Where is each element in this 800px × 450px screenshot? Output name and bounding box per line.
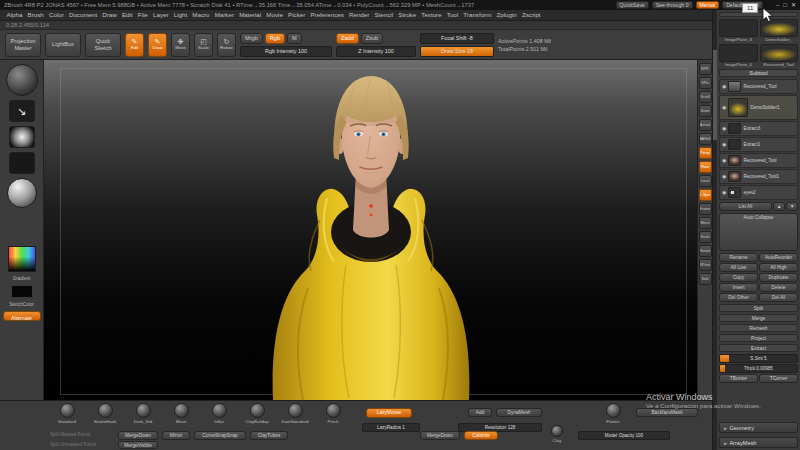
menu-transform[interactable]: Transform (461, 10, 494, 20)
colorize-button[interactable]: Colorize (464, 431, 498, 440)
lazyradius-slider[interactable]: LazyRadius 1 (362, 423, 420, 432)
geometry-palette-header[interactable]: ▶Geometry (719, 422, 798, 433)
lightbox-button[interactable]: LightBox (45, 33, 81, 57)
split-unmasked-points-button[interactable]: Split Unmasked Points (50, 442, 96, 447)
eye-icon[interactable]: ◉ (722, 142, 726, 147)
menu-edit[interactable]: Edit (119, 10, 135, 20)
subtool-section-title[interactable]: Subtool (719, 69, 798, 77)
menu-zscript[interactable]: Zscript (519, 10, 543, 20)
close-icon[interactable]: ✕ (791, 1, 796, 10)
zadd-button[interactable]: Zadd (336, 33, 359, 44)
tborder-toggle[interactable]: TBorder (719, 374, 758, 383)
subtool-down-icon[interactable]: ▼ (786, 202, 798, 211)
brush-item-flatten[interactable]: Flatten (596, 403, 630, 424)
z-intensity-slider[interactable]: Z Intensity 100 (336, 46, 416, 57)
m-button[interactable]: M (287, 33, 302, 44)
eye-icon[interactable]: ◉ (722, 190, 726, 195)
tcorner-toggle[interactable]: TCorner (759, 374, 798, 383)
menu-marker[interactable]: Marker (212, 10, 236, 20)
rename-button[interactable]: Rename (719, 253, 758, 262)
subtool-row[interactable]: ◉ Recovered_Tool (719, 153, 798, 168)
eye-icon[interactable]: ◉ (722, 158, 726, 163)
sculpt-model-bust[interactable] (44, 60, 697, 400)
lazymouse-button[interactable]: LazyMouse (366, 408, 412, 418)
eye-icon[interactable]: ◉ (722, 84, 726, 89)
quick-sketch-button[interactable]: Quick Sketch (85, 33, 121, 57)
brush-item-clay[interactable]: Clay (542, 425, 572, 443)
dynamesh-button[interactable]: DynaMesh (496, 408, 542, 417)
scale-button[interactable]: ◰ Scale (194, 33, 213, 57)
brush-item[interactable]: Move (164, 403, 198, 424)
split-section-header[interactable]: Split (719, 304, 798, 312)
brush-item[interactable]: Pinch (316, 403, 350, 424)
menu-draw[interactable]: Draw (100, 10, 120, 20)
split-masked-points-button[interactable]: Split Masked Points (50, 432, 90, 437)
shelf-scroll[interactable]: Scroll (699, 91, 712, 103)
recent-tool[interactable]: ImagePlane_3 (719, 19, 758, 42)
auto-collapse-button[interactable]: Auto Collapse (719, 213, 798, 251)
menu-stroke[interactable]: Stroke (396, 10, 419, 20)
shelf-l-sym[interactable]: L.Sym (699, 189, 712, 201)
edit-button[interactable]: ✎ Edit (125, 33, 144, 57)
brush-item[interactable]: Dam_Std (126, 403, 160, 424)
rotate-button[interactable]: ↻ Rotate (217, 33, 236, 57)
recent-tool[interactable]: Recovered_Tool (760, 44, 799, 67)
claytubes-brush-button[interactable]: ClayTubes (250, 431, 288, 440)
brush-item[interactable]: Inflat (202, 403, 236, 424)
subtool-up-icon[interactable]: ▲ (773, 202, 785, 211)
secondary-color-swatch[interactable] (11, 285, 33, 298)
menu-zplugin[interactable]: Zplugin (494, 10, 519, 20)
menu-render[interactable]: Render (346, 10, 371, 20)
shelf-move[interactable]: Move (699, 217, 712, 229)
subtool-row[interactable]: ◉ Extract1 (719, 137, 798, 152)
menu-light[interactable]: Light (171, 10, 190, 20)
rgb-intensity-slider[interactable]: Rgb Intensity 100 (240, 46, 332, 57)
all-low-button[interactable]: All Low (719, 263, 758, 272)
draw-button[interactable]: ✎ Draw (148, 33, 167, 57)
subtool-row-selected[interactable]: ◉ DemoSoldier1 (719, 95, 798, 120)
color-picker[interactable] (8, 246, 36, 272)
autoreorder-button[interactable]: AutoReorder (759, 253, 798, 262)
subtool-row[interactable]: ◉ Recovered_Tool1 (719, 169, 798, 184)
shelf-spix[interactable]: SPix (699, 77, 712, 89)
menus-button[interactable]: Menus (696, 1, 720, 9)
thick-slider[interactable]: Thick 0.00985 (719, 364, 798, 373)
duplicate-button[interactable]: Duplicate (759, 273, 798, 282)
recent-tool[interactable]: ImagePlane_4 (719, 44, 758, 67)
menu-alpha[interactable]: Alpha (4, 10, 25, 20)
curvestrapsnap-brush-button[interactable]: CurveStrapSnap (194, 431, 246, 440)
current-stroke-thumbnail[interactable]: ↘ (9, 100, 35, 122)
project-section-header[interactable]: Project (719, 334, 798, 342)
move-button[interactable]: ✥ Move (171, 33, 190, 57)
remesh-section-header[interactable]: Remesh (719, 324, 798, 332)
shelf-local[interactable]: Local (699, 175, 712, 187)
shelf-frame[interactable]: Frame (699, 203, 712, 215)
viewport-canvas[interactable] (44, 60, 697, 400)
menu-document[interactable]: Document (66, 10, 99, 20)
menu-tool[interactable]: Tool (444, 10, 461, 20)
alternate-button[interactable]: Alternate (3, 311, 41, 321)
shelf-scale[interactable]: Scale (699, 231, 712, 243)
dynamesh-add-button[interactable]: Add (468, 408, 492, 417)
subtool-row[interactable]: ◉ Extract3 (719, 121, 798, 136)
shelf-xpose[interactable]: XPose (699, 259, 712, 271)
subtool-row[interactable]: ◉ Recovered_Tool (719, 79, 798, 94)
shelf-rotate[interactable]: Rotate (699, 245, 712, 257)
mergevisible-button[interactable]: MergeVisible (118, 441, 158, 449)
focal-shift-slider[interactable]: Focal Shift -8 (420, 33, 494, 44)
del-all-button[interactable]: Del All (759, 293, 798, 302)
menu-preferences[interactable]: Preferences (308, 10, 347, 20)
model-opacity-slider[interactable]: Model Opacity 100 (578, 431, 670, 440)
shelf-solo[interactable]: Solo (699, 273, 712, 285)
extract-section-header[interactable]: Extract (719, 344, 798, 352)
menu-material[interactable]: Material (237, 10, 264, 20)
menu-layer[interactable]: Layer (150, 10, 171, 20)
shelf-actual[interactable]: Actual (699, 119, 712, 131)
shelf-zoom[interactable]: Zoom (699, 105, 712, 117)
eye-icon[interactable]: ◉ (722, 174, 726, 179)
brush-item[interactable]: Standard (50, 403, 84, 424)
shelf-bpr[interactable]: BPR (699, 63, 712, 75)
arraymesh-palette-header[interactable]: ▶ArrayMesh (719, 437, 798, 448)
mirror-button[interactable]: Mirror (162, 431, 190, 440)
menu-file[interactable]: File (135, 10, 150, 20)
